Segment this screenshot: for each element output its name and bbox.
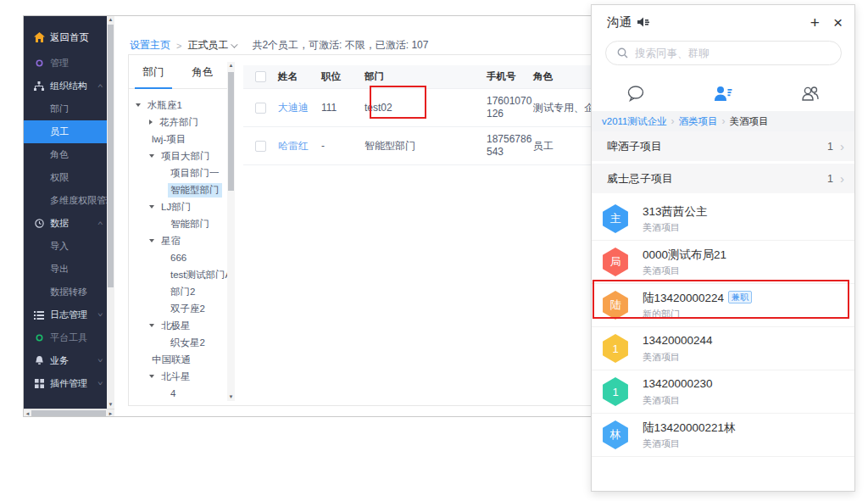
tab-chats[interactable] xyxy=(592,78,679,109)
contact-row[interactable]: 主313茜茜公主美酒项目 xyxy=(592,198,854,241)
avatar: 主 xyxy=(601,204,630,233)
chat-breadcrumb-separator: › xyxy=(721,115,725,127)
speaker-icon[interactable] xyxy=(637,16,650,28)
sidebar-item-数据转移[interactable]: 数据转移 xyxy=(24,281,107,303)
tree-node-4[interactable]: 4 xyxy=(129,385,227,402)
tree-node-中国联通[interactable]: 中国联通 xyxy=(129,351,227,368)
scroll-up-icon[interactable]: ▲ xyxy=(227,62,235,70)
search-box[interactable] xyxy=(605,41,842,65)
tree-node-项目大部门[interactable]: 项目大部门 xyxy=(129,148,227,164)
tree-collapse-icon[interactable] xyxy=(149,120,153,125)
tree-node-label: 织女星2 xyxy=(168,336,208,350)
row-checkbox[interactable] xyxy=(255,141,266,152)
sidebar-item-导出[interactable]: 导出 xyxy=(24,258,107,281)
tree-node-花卉部门[interactable]: 花卉部门 xyxy=(129,114,227,131)
sidebar-item-返回首页[interactable]: 返回首页 xyxy=(24,23,107,52)
sidebar-item-业务[interactable]: 业务˅ xyxy=(24,349,107,372)
contact-row[interactable]: 陆陆13420000224兼职新的部门 xyxy=(592,284,854,327)
tab-groups[interactable] xyxy=(767,78,854,109)
tab-contacts-active[interactable] xyxy=(679,78,766,109)
employee-name-link[interactable]: 大迪迪 xyxy=(278,102,309,114)
contact-row[interactable]: 113420000230美酒项目 xyxy=(592,370,854,414)
tree-node-label: LJ部门 xyxy=(159,200,193,214)
purple-dot-icon xyxy=(33,58,45,70)
tree-node-label: 中国联通 xyxy=(149,353,193,367)
sidebar-item-日志管理[interactable]: 日志管理˅ xyxy=(24,303,107,326)
contact-row[interactable]: 林陆13420000221林美酒项目 xyxy=(592,414,854,457)
chat-breadcrumb-link[interactable]: 酒类项目 xyxy=(678,115,717,128)
sidebar-item-部门[interactable]: 部门 xyxy=(24,97,107,120)
sidebar-item-组织结构[interactable]: 组织结构˄ xyxy=(24,75,107,97)
chat-breadcrumb-link[interactable]: v2011测试企业 xyxy=(602,115,666,128)
tree-node-666[interactable]: 666 xyxy=(129,249,227,266)
scroll-left-icon[interactable]: ◄ xyxy=(24,410,31,417)
tree-node-lwj-项目[interactable]: lwj-项目 xyxy=(129,131,227,148)
sidebar-item-角色[interactable]: 角色 xyxy=(24,143,107,166)
sidebar-item-权限[interactable]: 权限 xyxy=(24,166,107,189)
tree-expand-icon[interactable] xyxy=(149,154,154,158)
tree-node-双子座2[interactable]: 双子座2 xyxy=(129,300,227,317)
scroll-down-icon[interactable]: ▼ xyxy=(107,401,114,409)
tree-node-智能型部门[interactable]: 智能型部门 xyxy=(129,181,227,198)
avatar: 1 xyxy=(601,334,630,363)
scroll-right-icon[interactable]: ► xyxy=(107,410,114,417)
add-icon[interactable]: + xyxy=(810,14,820,31)
employee-name-link[interactable]: 哈雷红 xyxy=(278,140,309,152)
tree-node-北极星[interactable]: 北极星 xyxy=(129,317,227,334)
tree-expand-icon[interactable] xyxy=(149,324,154,327)
sidebar-hscroll-thumb[interactable] xyxy=(31,410,106,416)
tree-node-LJ部门[interactable]: LJ部门 xyxy=(129,198,227,215)
contact-department: 美酒项目 xyxy=(643,221,680,234)
sidebar-item-多维度权限管理[interactable]: 多维度权限管理 xyxy=(24,189,107,212)
sidebar-horizontal-scrollbar[interactable]: ◄ ► xyxy=(24,409,114,416)
tree-node-项目部门一[interactable]: 项目部门一 xyxy=(129,164,227,181)
sidebar-item-数据[interactable]: 数据˄ xyxy=(24,212,107,235)
sidebar-vertical-scrollbar[interactable]: ▲ ▼ xyxy=(107,16,114,409)
sidebar-item-label: 权限 xyxy=(50,171,69,184)
tree-node-北斗星[interactable]: 北斗星 xyxy=(129,368,227,385)
tab-角色[interactable]: 角色 xyxy=(178,55,227,88)
tree-node-label: 部门2 xyxy=(168,285,198,299)
contact-row[interactable]: 113420000244美酒项目 xyxy=(592,327,854,370)
avatar: 林 xyxy=(601,420,630,449)
tree-node-织女星2[interactable]: 织女星2 xyxy=(129,334,227,351)
project-group-row[interactable]: 威士忌子项目1› xyxy=(592,164,854,193)
sidebar-item-插件管理[interactable]: 插件管理˅ xyxy=(24,372,107,395)
chat-panel: 沟通 + × xyxy=(591,4,855,492)
scroll-up-icon[interactable]: ▲ xyxy=(107,16,114,24)
sidebar: 返回首页管理组织结构˄部门员工角色权限多维度权限管理数据˄导入导出数据转移日志管… xyxy=(24,16,107,409)
group-count-badge: 1 xyxy=(827,141,833,153)
select-all-checkbox[interactable] xyxy=(255,71,266,82)
tab-部门[interactable]: 部门 xyxy=(129,55,178,88)
sidebar-item-导入[interactable]: 导入 xyxy=(24,235,107,258)
tree-expand-icon[interactable] xyxy=(136,103,141,107)
row-checkbox[interactable] xyxy=(255,103,266,114)
tree-expand-icon[interactable] xyxy=(149,205,154,209)
tree-node-星宿[interactable]: 星宿 xyxy=(129,232,227,249)
chat-breadcrumb-current: 美酒项目 xyxy=(729,115,768,128)
scroll-down-icon[interactable]: ▼ xyxy=(227,393,235,401)
sidebar-item-平台工具[interactable]: 平台工具 xyxy=(24,326,107,349)
tree-vscroll-thumb[interactable] xyxy=(228,72,234,191)
search-input[interactable] xyxy=(635,47,821,59)
breadcrumb-home-link[interactable]: 设置主页 xyxy=(130,38,170,53)
contact-name: 13420000244 xyxy=(643,334,713,347)
close-icon[interactable]: × xyxy=(833,14,843,31)
tree-expand-icon[interactable] xyxy=(149,239,154,242)
group-icon xyxy=(800,85,821,102)
tree-expand-icon[interactable] xyxy=(149,375,154,378)
project-group-row[interactable]: 啤酒子项目1› xyxy=(592,131,854,161)
sidebar-item-员工[interactable]: 员工 xyxy=(24,120,107,143)
sidebar-vscroll-thumb[interactable] xyxy=(108,25,114,287)
tree-vertical-scrollbar[interactable]: ▲ ▼ xyxy=(227,62,235,401)
contact-name: 陆13420000224兼职 xyxy=(643,291,752,306)
tree-node-智能部门[interactable]: 智能部门 xyxy=(129,215,227,232)
tree-node-部门2[interactable]: 部门2 xyxy=(129,283,227,300)
contact-name: 陆13420000221林 xyxy=(643,420,736,436)
employee-type-dropdown[interactable]: 正式员工 xyxy=(187,38,236,53)
chevron-right-icon: › xyxy=(840,139,844,153)
sidebar-item-管理[interactable]: 管理 xyxy=(24,52,107,75)
contact-row[interactable]: 局0000测试布局21美酒项目 xyxy=(592,241,854,284)
tree-node-水瓶座1[interactable]: 水瓶座1 xyxy=(129,97,227,114)
tree-node-test测试部门A[interactable]: test测试部门A xyxy=(129,266,227,283)
